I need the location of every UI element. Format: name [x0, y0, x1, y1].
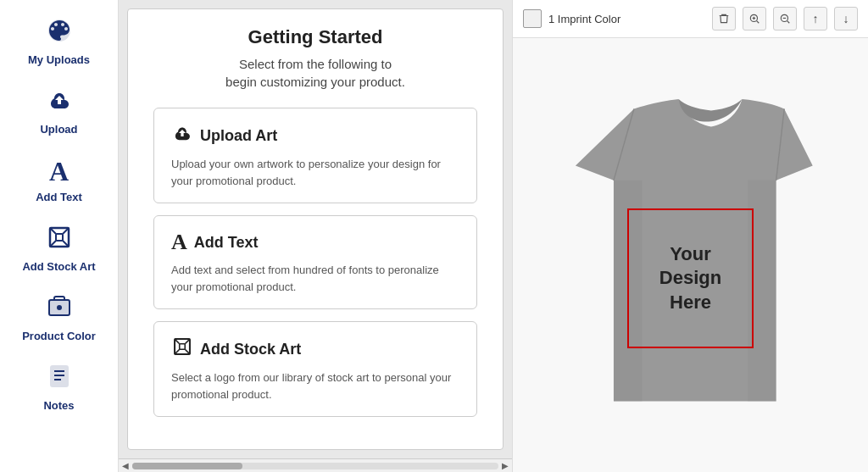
upload-art-desc: Upload your own artwork to personalize y…	[171, 156, 459, 189]
design-text: YourDesignHere	[659, 242, 721, 315]
add-text-title: Add Text	[194, 234, 259, 252]
scroll-left-arrow[interactable]: ◀	[122, 461, 129, 470]
add-text-title-row: A Add Text	[171, 230, 459, 255]
sidebar-item-label-add-stock-art: Add Stock Art	[22, 260, 95, 273]
upload-art-title-row: Upload Art	[171, 122, 459, 149]
add-stock-art-title-row: Add Stock Art	[171, 336, 459, 363]
sidebar-item-add-text[interactable]: A Add Text	[8, 147, 110, 212]
add-text-icon: A	[171, 230, 187, 255]
upload-icon	[46, 86, 73, 119]
move-up-button[interactable]: ↑	[804, 7, 827, 31]
palette-icon	[46, 17, 73, 50]
imprint-color-swatch[interactable]	[523, 9, 542, 28]
zoom-out-button[interactable]	[773, 7, 797, 31]
design-placeholder: YourDesignHere	[627, 208, 754, 349]
scroll-right-arrow[interactable]: ▶	[502, 461, 509, 470]
sidebar-item-label-add-text: Add Text	[36, 191, 82, 203]
sidebar-item-label-upload: Upload	[40, 123, 77, 136]
preview-toolbar: 1 Imprint Color ↑ ↓	[513, 0, 868, 38]
add-stock-art-icon	[171, 336, 193, 363]
svg-line-21	[757, 21, 760, 24]
preview-panel: 1 Imprint Color ↑ ↓	[512, 0, 868, 472]
svg-rect-2	[56, 234, 63, 241]
add-stock-art-title: Add Stock Art	[200, 341, 301, 358]
sidebar-item-notes[interactable]: Notes	[8, 354, 110, 420]
tshirt-container: YourDesignHere	[547, 60, 835, 450]
svg-rect-15	[180, 344, 186, 350]
zoom-in-button[interactable]	[743, 7, 766, 31]
upload-art-title: Upload Art	[200, 127, 277, 145]
stock-art-icon	[46, 224, 73, 257]
add-stock-art-desc: Select a logo from our library of stock …	[171, 369, 459, 403]
main-content: Getting Started Select from the followin…	[119, 0, 512, 472]
delete-button[interactable]	[712, 7, 736, 31]
scrollbar-thumb	[132, 463, 242, 469]
page-subtitle: Select from the following tobegin custom…	[153, 55, 477, 91]
upload-art-icon	[171, 122, 193, 149]
add-stock-art-card[interactable]: Add Stock Art Select a logo from our lib…	[153, 321, 477, 417]
preview-image-area: YourDesignHere	[513, 38, 868, 472]
sidebar: My Uploads Upload A Add Text Add Stock A…	[0, 0, 119, 472]
imprint-color-label: 1 Imprint Color	[548, 13, 705, 25]
svg-point-9	[57, 305, 62, 310]
main-scrollbar[interactable]: ◀ ▶	[119, 458, 512, 472]
sidebar-item-label-notes: Notes	[43, 399, 74, 412]
content-panel: Getting Started Select from the followin…	[127, 8, 504, 450]
text-icon: A	[49, 156, 69, 187]
sidebar-item-label-product-color: Product Color	[22, 330, 96, 342]
add-text-card[interactable]: A Add Text Add text and select from hund…	[153, 215, 477, 309]
page-title: Getting Started	[153, 26, 477, 48]
sidebar-item-my-uploads[interactable]: My Uploads	[8, 8, 110, 75]
scrollbar-track[interactable]	[132, 463, 498, 469]
sidebar-item-label-my-uploads: My Uploads	[28, 53, 90, 66]
sidebar-item-add-stock-art[interactable]: Add Stock Art	[8, 215, 110, 281]
product-color-icon	[46, 293, 73, 326]
sidebar-item-product-color[interactable]: Product Color	[8, 285, 110, 351]
sidebar-item-upload[interactable]: Upload	[8, 78, 110, 144]
move-down-button[interactable]: ↓	[834, 7, 858, 31]
svg-line-25	[787, 21, 790, 24]
notes-icon	[46, 363, 73, 396]
upload-art-card[interactable]: Upload Art Upload your own artwork to pe…	[153, 108, 477, 203]
add-text-desc: Add text and select from hundred of font…	[171, 262, 459, 295]
